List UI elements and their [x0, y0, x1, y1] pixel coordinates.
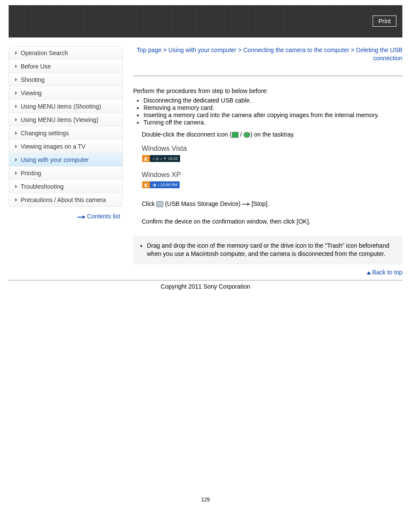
note-box: Drag and drop the icon of the memory car…	[133, 236, 402, 264]
triangle-icon	[15, 158, 17, 162]
sidebar-item-label: Before Use	[21, 63, 51, 70]
print-button[interactable]: Print	[373, 16, 396, 27]
main-content: Top page > Using with your computer > Co…	[133, 46, 402, 276]
breadcrumb-current: Deleting the USB connection	[356, 47, 402, 62]
copyright-text: Copyright 2011 Sony Corporation	[9, 283, 402, 290]
contents-list-row: Contents list	[9, 207, 123, 220]
svg-marker-1	[83, 215, 85, 219]
arrow-right-icon	[242, 202, 250, 206]
step2-text-a: Click	[142, 200, 156, 207]
tasktray-orange-icon: ◧	[142, 181, 150, 188]
triangle-icon	[15, 118, 17, 121]
steps-list: Double-click the disconnect icon ( / ) o…	[133, 130, 402, 226]
sidebar-item-using-computer[interactable]: Using with your computer	[9, 153, 122, 167]
arrow-right-icon	[78, 213, 85, 220]
preconditions-list: Disconnecting the dedicated USB cable. R…	[133, 97, 402, 126]
nav-list: Operation Search Before Use Shooting Vie…	[9, 46, 123, 207]
sidebar-item-label: Precautions / About this camera	[21, 196, 106, 203]
sidebar-item-viewing-tv[interactable]: Viewing images on a TV	[9, 140, 122, 153]
triangle-icon	[15, 185, 17, 188]
sidebar-item-precautions[interactable]: Precautions / About this camera	[9, 193, 122, 206]
triangle-icon	[15, 105, 17, 108]
step-3: Confirm the device on the confirmation w…	[142, 217, 402, 226]
list-item: Removing a memory card.	[143, 104, 402, 111]
sidebar-item-printing[interactable]: Printing	[9, 167, 122, 180]
sidebar-item-label: Viewing images on a TV	[21, 143, 85, 150]
triangle-icon	[15, 78, 17, 81]
sidebar-item-label: Troubleshooting	[21, 183, 64, 190]
step-1: Double-click the disconnect icon ( / ) o…	[142, 130, 402, 189]
sidebar-item-label: Printing	[21, 170, 41, 177]
breadcrumb-l1[interactable]: Using with your computer	[168, 47, 237, 53]
tasktray-rest: ◑ ⌂ 12:00 PM	[150, 181, 180, 188]
triangle-icon	[15, 51, 17, 55]
page-number: 129	[9, 497, 402, 503]
contents-list-link[interactable]: Contents list	[87, 213, 120, 220]
sidebar-item-before-use[interactable]: Before Use	[9, 60, 122, 73]
triangle-icon	[15, 145, 17, 148]
triangle-icon	[15, 198, 17, 202]
sidebar-item-label: Shooting	[21, 76, 44, 83]
back-to-top-row: Back to top	[133, 269, 402, 276]
sidebar: Operation Search Before Use Shooting Vie…	[9, 46, 123, 220]
up-triangle-icon	[367, 271, 371, 274]
sidebar-item-changing-settings[interactable]: Changing settings	[9, 127, 122, 140]
sidebar-item-label: Using MENU items (Viewing)	[21, 116, 98, 123]
sidebar-item-label: Operation Search	[21, 50, 68, 56]
sidebar-item-label: Using with your computer	[21, 156, 89, 163]
tasktray-rest: ♪ ◎ ⌂ ✶ 16:42	[150, 155, 180, 162]
usb-device-icon	[156, 201, 163, 207]
footer-divider	[9, 280, 402, 280]
step-2: Click (USB Mass Storage Device) [Stop].	[142, 199, 402, 208]
list-item: Turning off the camera.	[143, 119, 402, 126]
triangle-icon	[15, 65, 17, 68]
step1-text-a: Double-click the disconnect icon (	[142, 131, 232, 138]
sidebar-item-viewing[interactable]: Viewing	[9, 87, 122, 100]
sidebar-item-troubleshooting[interactable]: Troubleshooting	[9, 180, 122, 193]
sidebar-item-menu-viewing[interactable]: Using MENU items (Viewing)	[9, 113, 122, 127]
tasktray-vista: ◧♪ ◎ ⌂ ✶ 16:42	[142, 155, 181, 162]
breadcrumb-top[interactable]: Top page	[137, 47, 162, 53]
sidebar-item-label: Viewing	[21, 90, 42, 96]
breadcrumb-sep: >	[349, 47, 356, 53]
os-label-vista: Windows Vista	[142, 143, 402, 154]
tasktray-orange-icon: ◧	[142, 155, 150, 162]
back-to-top-link[interactable]: Back to top	[372, 269, 402, 276]
intro-text: Perform the procedures from step to belo…	[133, 87, 402, 94]
os-label-xp: Windows XP	[142, 170, 402, 180]
divider	[133, 75, 402, 76]
disconnect-icon-vista	[232, 132, 239, 138]
list-item: Disconnecting the dedicated USB cable.	[143, 97, 402, 104]
breadcrumb-l2[interactable]: Connecting the camera to the computer	[243, 47, 349, 53]
breadcrumb-sep: >	[237, 47, 243, 53]
sidebar-item-menu-shooting[interactable]: Using MENU items (Shooting)	[9, 100, 122, 113]
note-text: Drag and drop the icon of the memory car…	[147, 242, 396, 258]
sidebar-item-label: Using MENU items (Shooting)	[21, 103, 101, 110]
disconnect-icon-xp	[243, 132, 250, 138]
triangle-icon	[15, 171, 17, 175]
sidebar-item-operation-search[interactable]: Operation Search	[9, 47, 122, 60]
step2-text-c: [Stop].	[250, 200, 269, 207]
triangle-icon	[15, 91, 17, 95]
tasktray-xp: ◧◑ ⌂ 12:00 PM	[142, 181, 180, 189]
breadcrumb: Top page > Using with your computer > Co…	[133, 46, 402, 62]
sidebar-item-label: Changing settings	[21, 130, 69, 137]
header-bar: Print	[9, 5, 402, 37]
breadcrumb-sep: >	[162, 47, 168, 53]
sidebar-item-shooting[interactable]: Shooting	[9, 73, 122, 87]
step2-text-b: (USB Mass Storage Device)	[163, 200, 242, 207]
list-item: Inserting a memory card into the camera …	[143, 112, 402, 118]
step1-text-b: ) on the tasktray.	[250, 131, 295, 138]
triangle-icon	[15, 131, 17, 135]
step3-text: Confirm the device on the confirmation w…	[142, 217, 402, 226]
